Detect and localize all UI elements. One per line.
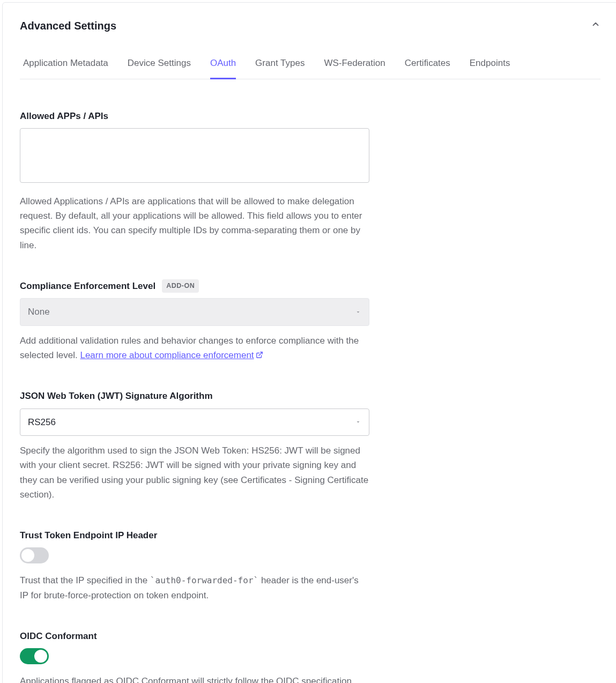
allowed-apps-help: Allowed Applications / APIs are applicat… <box>20 194 369 253</box>
allowed-apps-label: Allowed APPs / APIs <box>20 109 369 123</box>
trust-ip-label: Trust Token Endpoint IP Header <box>20 529 369 543</box>
tab-oauth[interactable]: OAuth <box>210 49 236 79</box>
caret-down-icon <box>355 309 361 315</box>
compliance-select[interactable]: None <box>20 298 369 326</box>
advanced-settings-card: Advanced Settings Application Metadata D… <box>2 2 616 683</box>
form-column: Allowed APPs / APIs Allowed Applications… <box>20 109 369 684</box>
card-header: Advanced Settings <box>3 3 616 41</box>
tab-device-settings[interactable]: Device Settings <box>128 49 191 79</box>
field-oidc: OIDC Conformant Applications flagged as … <box>20 629 369 683</box>
oidc-help: Applications flagged as OIDC Conformant … <box>20 674 369 683</box>
oidc-toggle[interactable] <box>20 648 49 664</box>
field-trust-ip: Trust Token Endpoint IP Header Trust tha… <box>20 529 369 603</box>
compliance-learn-more-link[interactable]: Learn more about compliance enforcement <box>80 350 263 360</box>
trust-ip-toggle[interactable] <box>20 547 49 563</box>
compliance-select-value: None <box>28 305 50 319</box>
caret-down-icon <box>355 419 361 425</box>
tab-endpoints[interactable]: Endpoints <box>470 49 510 79</box>
field-jwt: JSON Web Token (JWT) Signature Algorithm… <box>20 389 369 502</box>
compliance-link-text: Learn more about compliance enforcement <box>80 350 254 360</box>
toggle-knob <box>34 650 47 663</box>
collapse-button[interactable] <box>591 19 600 33</box>
oidc-label: OIDC Conformant <box>20 629 369 643</box>
field-allowed-apps: Allowed APPs / APIs Allowed Applications… <box>20 109 369 253</box>
external-link-icon <box>256 351 263 359</box>
tab-application-metadata[interactable]: Application Metadata <box>23 49 108 79</box>
allowed-apps-input[interactable] <box>20 128 369 183</box>
trust-ip-help-code: `auth0-forwarded-for` <box>150 575 258 585</box>
trust-ip-help-pre: Trust that the IP specified in the <box>20 575 150 585</box>
tab-ws-federation[interactable]: WS-Federation <box>324 49 385 79</box>
card-title: Advanced Settings <box>20 18 116 34</box>
toggle-knob <box>21 549 34 562</box>
svg-line-0 <box>258 352 262 355</box>
compliance-label-text: Compliance Enforcement Level <box>20 279 155 293</box>
addon-badge: ADD-ON <box>162 279 199 293</box>
compliance-label: Compliance Enforcement Level ADD-ON <box>20 279 369 293</box>
compliance-help: Add additional validation rules and beha… <box>20 333 369 362</box>
tab-grant-types[interactable]: Grant Types <box>255 49 305 79</box>
tab-panel-oauth: Allowed APPs / APIs Allowed Applications… <box>3 79 616 684</box>
trust-ip-help: Trust that the IP specified in the `auth… <box>20 573 369 602</box>
chevron-up-icon <box>591 19 600 29</box>
jwt-select[interactable]: RS256 <box>20 409 369 436</box>
field-compliance: Compliance Enforcement Level ADD-ON None… <box>20 279 369 362</box>
tab-certificates[interactable]: Certificates <box>405 49 450 79</box>
oidc-help-pre: Applications flagged as OIDC Conformant … <box>20 676 369 683</box>
tabs: Application Metadata Device Settings OAu… <box>20 49 600 79</box>
jwt-label: JSON Web Token (JWT) Signature Algorithm <box>20 389 369 403</box>
jwt-select-value: RS256 <box>28 415 56 429</box>
jwt-help: Specify the algorithm used to sign the J… <box>20 443 369 502</box>
